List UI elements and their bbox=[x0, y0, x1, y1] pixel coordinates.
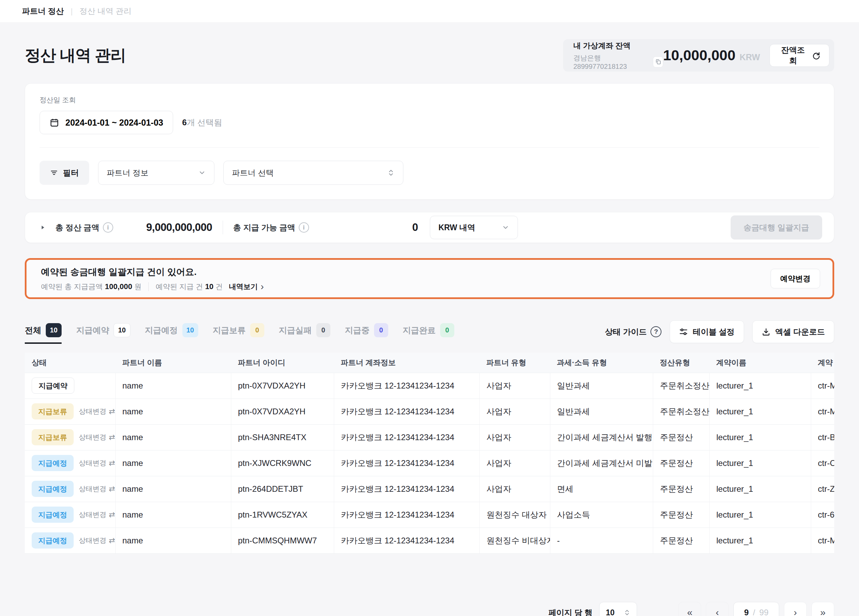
summary-card: 총 정산 금액 i 9,000,000,000 총 지급 가능 금액 i 0 K… bbox=[25, 212, 834, 243]
excel-download-button[interactable]: 엑셀 다운로드 bbox=[752, 321, 834, 343]
status-change-button[interactable]: 상태변경⇄ bbox=[79, 510, 115, 519]
column-header: 과세·소득 유형 bbox=[550, 353, 653, 373]
chevron-down-icon bbox=[502, 224, 509, 231]
breadcrumb-section[interactable]: 파트너 정산 bbox=[22, 6, 64, 17]
contract-name-cell: lecturer_1 bbox=[709, 373, 811, 399]
rows-per-page-label: 페이지 당 행 bbox=[548, 607, 592, 616]
tab-paying[interactable]: 지급중0 bbox=[345, 323, 388, 344]
balance-refresh-button[interactable]: 잔액조회 bbox=[770, 44, 829, 67]
tab-count-badge: 0 bbox=[316, 323, 330, 337]
calendar-icon bbox=[50, 118, 59, 127]
tab-completed[interactable]: 지급완료0 bbox=[403, 323, 454, 344]
tab-failed[interactable]: 지급실패0 bbox=[279, 323, 330, 344]
partner-type-cell: 사업자 bbox=[479, 450, 550, 476]
settlement-type-cell: 주문정산 bbox=[653, 450, 709, 476]
first-page-button[interactable]: « bbox=[678, 602, 701, 616]
tab-count-badge: 0 bbox=[440, 323, 454, 337]
last-page-button[interactable]: » bbox=[812, 602, 834, 616]
sliders-icon bbox=[679, 327, 688, 336]
tax-type-cell: 일반과세 bbox=[550, 373, 653, 399]
partner-type-cell: 사업자 bbox=[479, 476, 550, 502]
chevrons-up-down-icon bbox=[387, 169, 395, 177]
settlement-type-cell: 주문정산 bbox=[653, 502, 709, 528]
contract-id-cell: ctr-M bbox=[811, 528, 834, 553]
partner-name-cell: name bbox=[115, 450, 231, 476]
balance-label: 내 가상계좌 잔액 bbox=[573, 41, 663, 51]
status-tabs: 전체10지급예약10지급예정10지급보류0지급실패0지급중0지급완료0 bbox=[25, 323, 454, 344]
contract-name-cell: lecturer_1 bbox=[709, 476, 811, 502]
partner-type-cell: 사업자 bbox=[479, 399, 550, 424]
status-badge: 지급예약 bbox=[32, 377, 74, 394]
status-change-button[interactable]: 상태변경⇄ bbox=[79, 536, 115, 545]
status-change-button[interactable]: 상태변경⇄ bbox=[79, 433, 115, 442]
bulk-pay-button[interactable]: 송금대행 일괄지급 bbox=[731, 216, 822, 239]
tab-count-badge: 0 bbox=[374, 323, 388, 337]
tax-type-cell: 사업소득 bbox=[550, 502, 653, 528]
settlement-type-cell: 주문정산 bbox=[653, 424, 709, 450]
breadcrumb-separator: | bbox=[70, 7, 73, 16]
settlement-type-cell: 주문취소정산 bbox=[653, 373, 709, 399]
table-header-row: 상태파트너 이름파트너 아이디파트너 계좌정보파트너 유형과세·소득 유형정산유… bbox=[25, 353, 834, 373]
info-icon[interactable]: i bbox=[299, 222, 309, 233]
tab-label: 지급중 bbox=[345, 325, 370, 336]
tab-reserved[interactable]: 지급예약10 bbox=[76, 323, 130, 344]
payable-label: 총 지급 가능 금액 i bbox=[233, 222, 309, 233]
current-page[interactable]: 9 bbox=[744, 608, 748, 616]
info-icon[interactable]: i bbox=[103, 222, 113, 233]
tab-count-badge: 10 bbox=[46, 323, 62, 337]
contract-name-cell: lecturer_1 bbox=[709, 424, 811, 450]
tab-scheduled[interactable]: 지급예정10 bbox=[145, 323, 198, 344]
reserved-payment-banner: 예약된 송금대행 일괄지급 건이 있어요. 예약된 총 지급금액100,000원… bbox=[25, 258, 834, 299]
table-row: 지급예정상태변경⇄nameptn-264DDETJBT카카오뱅크 12-1234… bbox=[25, 476, 834, 502]
settlement-type-cell: 주문정산 bbox=[653, 476, 709, 502]
page-title: 정산 내역 관리 bbox=[25, 45, 126, 66]
summary-divider bbox=[223, 220, 223, 235]
settlement-table-wrap: 상태파트너 이름파트너 아이디파트너 계좌정보파트너 유형과세·소득 유형정산유… bbox=[25, 353, 834, 554]
partner-account-cell: 카카오뱅크 12-12341234-1234 bbox=[334, 399, 479, 424]
page-number-box[interactable]: 9 / 99 bbox=[733, 602, 779, 616]
partner-name-cell: name bbox=[115, 424, 231, 450]
status-change-button[interactable]: 상태변경⇄ bbox=[79, 484, 115, 494]
swap-icon: ⇄ bbox=[109, 434, 115, 441]
tab-held[interactable]: 지급보류0 bbox=[213, 323, 264, 344]
expand-caret-icon[interactable] bbox=[37, 222, 48, 233]
tab-all[interactable]: 전체10 bbox=[25, 323, 62, 344]
copy-icon[interactable] bbox=[653, 56, 663, 67]
view-details-link[interactable]: 내역보기 › bbox=[229, 282, 264, 291]
tax-type-cell: 간이과세 세금계산서 미발행 bbox=[550, 450, 653, 476]
status-badge: 지급보류 bbox=[32, 403, 73, 419]
filter-button[interactable]: 필터 bbox=[39, 161, 89, 185]
partner-choose-select[interactable]: 파트너 선택 bbox=[223, 161, 403, 185]
tab-label: 지급예약 bbox=[76, 325, 109, 336]
status-guide-link[interactable]: 상태 가이드 ? bbox=[605, 326, 661, 337]
partner-type-cell: 사업자 bbox=[479, 373, 550, 399]
status-change-button[interactable]: 상태변경⇄ bbox=[79, 458, 115, 467]
tab-count-badge: 10 bbox=[183, 323, 198, 337]
partner-account-cell: 카카오뱅크 12-12341234-1234 bbox=[334, 424, 479, 450]
date-range-button[interactable]: 2024-01-01 ~ 2024-01-03 bbox=[39, 111, 173, 134]
status-change-button[interactable]: 상태변경⇄ bbox=[79, 407, 115, 416]
status-badge: 지급예정 bbox=[32, 507, 73, 523]
partner-type-cell: 사업자 bbox=[479, 424, 550, 450]
swap-icon: ⇄ bbox=[109, 460, 115, 467]
rows-per-page-select[interactable]: 10 bbox=[599, 602, 637, 616]
contract-id-cell: ctr-6 bbox=[811, 502, 834, 528]
breadcrumb-page[interactable]: 정산 내역 관리 bbox=[80, 6, 131, 17]
column-header: 정산유형 bbox=[653, 353, 709, 373]
partner-type-cell: 원천징수 대상자 bbox=[479, 502, 550, 528]
filter-icon bbox=[50, 169, 58, 177]
table-settings-button[interactable]: 테이블 설정 bbox=[670, 321, 744, 343]
partner-id-cell: ptn-1RVWC5ZYAX bbox=[231, 502, 334, 528]
column-header: 상태 bbox=[25, 353, 115, 373]
currency-history-select[interactable]: KRW 내역 bbox=[430, 216, 518, 239]
breadcrumb: 파트너 정산 | 정산 내역 관리 bbox=[0, 0, 859, 23]
prev-page-button[interactable]: ‹ bbox=[706, 602, 729, 616]
question-circle-icon: ? bbox=[650, 326, 661, 337]
tax-type-cell: 간이과세 세금계산서 발행 bbox=[550, 424, 653, 450]
partner-id-cell: ptn-264DDETJBT bbox=[231, 476, 334, 502]
partner-id-cell: ptn-XJWCRK9WNC bbox=[231, 450, 334, 476]
contract-name-cell: lecturer_1 bbox=[709, 502, 811, 528]
next-page-button[interactable]: › bbox=[784, 602, 807, 616]
change-reservation-button[interactable]: 예약변경 bbox=[770, 269, 820, 288]
partner-info-select[interactable]: 파트너 정보 bbox=[98, 161, 214, 185]
